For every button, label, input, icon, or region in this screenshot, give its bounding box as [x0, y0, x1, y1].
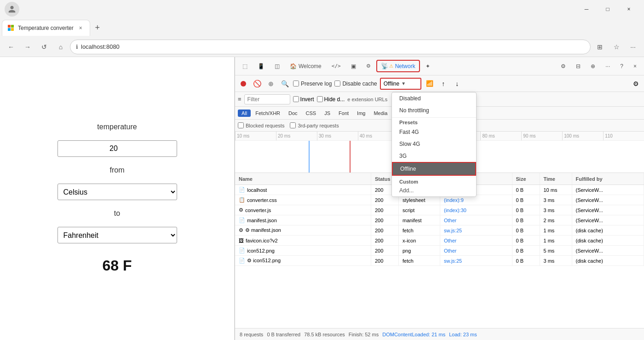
back-button[interactable]: ← — [4, 40, 18, 54]
tab-more-menu[interactable]: ··· — [601, 60, 615, 72]
forward-button[interactable]: → — [20, 40, 35, 54]
search-button[interactable]: 🔍 — [279, 78, 290, 89]
td-initiator-3[interactable]: (index):30 — [440, 205, 512, 215]
favorites-button[interactable]: ☆ — [609, 40, 624, 54]
network-toolbar: 🚫 ⊕ 🔍 Preserve log Disable cache Off — [235, 75, 644, 92]
tab-device[interactable]: 📱 — [253, 60, 269, 72]
tab-close[interactable]: × — [629, 60, 641, 72]
hide-data-checkbox[interactable] — [317, 96, 323, 102]
from-select[interactable]: Celsius Fahrenheit Kelvin — [58, 184, 177, 200]
initiator-link-5[interactable]: sw.js:25 — [444, 228, 462, 233]
record-button[interactable] — [238, 78, 249, 89]
type-font[interactable]: Font — [335, 109, 352, 117]
third-party-checkbox[interactable] — [290, 122, 296, 128]
invert-label[interactable]: Invert — [293, 96, 314, 103]
close-button[interactable]: × — [618, 2, 639, 17]
more-icon: ··· — [605, 63, 610, 69]
th-name[interactable]: Name — [235, 173, 371, 184]
tab-close-button[interactable]: × — [77, 24, 84, 32]
temperature-input[interactable]: 20 — [58, 140, 177, 157]
tab-overview[interactable]: ⊟ — [571, 60, 585, 72]
minimize-button[interactable]: ─ — [576, 2, 597, 17]
dropdown-offline[interactable]: Offline — [392, 162, 476, 176]
refresh-button[interactable]: ↺ — [37, 40, 52, 54]
th-fulfilled[interactable]: Fulfilled by — [572, 173, 644, 184]
new-tab-button[interactable]: + — [90, 20, 105, 35]
blocked-requests-text: Blocked requests — [246, 123, 284, 128]
table-row[interactable]: 📄 ⚙ icon512.png 200 fetch sw.js:25 0 B 3… — [235, 256, 644, 266]
table-row[interactable]: ⚙ converter.js 200 script (index):30 0 B… — [235, 205, 644, 215]
home-button[interactable]: ⌂ — [53, 40, 68, 54]
dropdown-disabled[interactable]: Disabled — [392, 92, 476, 104]
tab-console[interactable]: ▣ — [346, 60, 361, 72]
network-warning-icon: ⚠ — [389, 63, 393, 69]
tab-help[interactable]: ? — [615, 60, 628, 72]
preserve-log-checkbox[interactable] — [293, 81, 299, 86]
tab-sources[interactable]: ⚙ — [362, 60, 375, 72]
address-bar[interactable]: ℹ localhost:8080 — [70, 40, 591, 54]
type-all[interactable]: All — [238, 109, 251, 117]
browser-tab[interactable]: Temperature converter × — [2, 20, 90, 36]
tab-sidebar[interactable]: ◫ — [270, 60, 284, 72]
th-time[interactable]: Time — [540, 173, 572, 184]
clear-button[interactable]: 🚫 — [252, 78, 263, 89]
browser-menu-button[interactable]: ··· — [626, 40, 640, 54]
wifi-icon-btn[interactable]: 📶 — [424, 78, 435, 89]
secure-icon: ℹ — [76, 44, 78, 50]
type-fetch-xhr[interactable]: Fetch/XHR — [252, 109, 284, 117]
disable-cache-label[interactable]: Disable cache — [334, 81, 377, 87]
from-label: from — [110, 166, 125, 174]
png-icon: 📄 — [239, 248, 245, 254]
tab-inspect[interactable]: ⬚ — [238, 60, 252, 72]
network-settings-button[interactable]: ⚙ — [630, 78, 641, 89]
th-size[interactable]: Size — [512, 173, 540, 184]
dropdown-3g[interactable]: 3G — [392, 150, 476, 162]
to-select[interactable]: Fahrenheit Celsius Kelvin — [58, 227, 177, 243]
tab-elements[interactable]: </> — [327, 60, 345, 72]
profile-avatar[interactable] — [5, 2, 19, 17]
td-initiator-8[interactable]: sw.js:25 — [440, 256, 512, 265]
download-button[interactable]: ↓ — [452, 78, 463, 89]
table-row[interactable]: ⚙ ⚙ manifest.json 200 fetch sw.js:25 0 B… — [235, 225, 644, 236]
preserve-log-label[interactable]: Preserve log — [293, 81, 332, 87]
disable-cache-checkbox[interactable] — [334, 81, 340, 86]
type-js[interactable]: JS — [321, 109, 334, 117]
tab-welcome[interactable]: 🏠 Welcome — [285, 60, 326, 72]
filter-input[interactable] — [244, 94, 290, 104]
type-img[interactable]: Img — [353, 109, 369, 117]
type-doc[interactable]: Doc — [285, 109, 301, 117]
result-display: 68 F — [102, 257, 132, 274]
td-type-8: fetch — [399, 256, 440, 265]
table-row[interactable]: 📄 icon512.png 200 png Other 0 B 5 ms (Se… — [235, 246, 644, 256]
fetch-xhr-button[interactable]: ⊕ — [265, 78, 276, 89]
tab-settings-gear[interactable]: ⚙ — [556, 60, 570, 72]
dropdown-slow4g[interactable]: Slow 4G — [392, 138, 476, 150]
blocked-requests-label[interactable]: Blocked requests — [238, 122, 284, 128]
dropdown-fast4g[interactable]: Fast 4G — [392, 126, 476, 138]
tab-performance[interactable]: ✦ — [421, 60, 435, 72]
search-icon: 🔍 — [281, 80, 289, 87]
throttle-dropdown[interactable]: Offline ▼ — [380, 78, 421, 90]
third-party-label[interactable]: 3rd-party requests — [290, 122, 339, 128]
type-media[interactable]: Media — [370, 109, 391, 117]
type-css[interactable]: CSS — [302, 109, 320, 117]
table-row[interactable]: 📄 manifest.json 200 manifest Other 0 B 2… — [235, 215, 644, 225]
blocked-requests-checkbox[interactable] — [238, 122, 244, 128]
split-view-button[interactable]: ⊞ — [592, 40, 607, 54]
dropdown-add[interactable]: Add... — [392, 185, 476, 196]
dropdown-no-throttling[interactable]: No throttling — [392, 104, 476, 116]
td-fulfilled-3: (ServiceW... — [572, 205, 644, 215]
td-initiator-5[interactable]: sw.js:25 — [440, 225, 512, 235]
upload-button[interactable]: ↑ — [438, 78, 449, 89]
invert-checkbox[interactable] — [293, 96, 299, 102]
tab-network[interactable]: 📡 ⚠ Network — [376, 60, 420, 72]
initiator-link-8[interactable]: sw.js:25 — [444, 258, 462, 264]
maximize-button[interactable]: □ — [597, 2, 618, 17]
hide-data-urls-label[interactable]: Hide d... — [317, 96, 345, 103]
table-row[interactable]: 🖼 favicon.ico?v2 200 x-icon Other 0 B 1 … — [235, 236, 644, 246]
sw-icon: ⚙ — [239, 227, 243, 233]
initiator-link-3[interactable]: (index):30 — [444, 207, 466, 213]
td-status-8: 200 — [371, 256, 399, 265]
tab-add[interactable]: ⊕ — [586, 60, 600, 72]
initiator-link-2[interactable]: (index):9 — [444, 197, 464, 203]
